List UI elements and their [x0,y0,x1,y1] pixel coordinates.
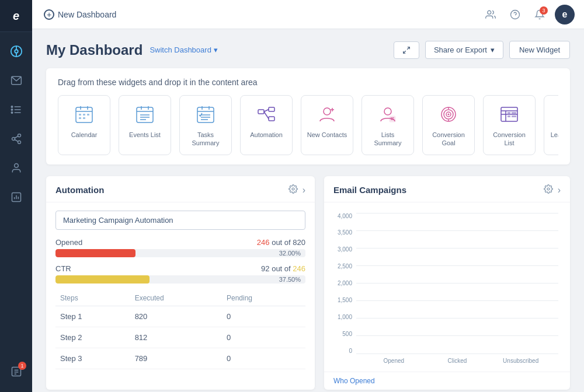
automation-panel-body: Marketing Campaign Automation Opened 246… [46,202,315,377]
new-widget-button[interactable]: New Widget [509,41,570,59]
widget-card-contacts[interactable]: New Contacts [301,95,353,155]
svg-rect-76 [512,112,516,114]
ctr-progress-bar: 37.50% [55,275,305,284]
svg-point-84 [547,188,550,190]
widget-leads-funnel-label: Leads Funnel [551,131,558,139]
chevron-down-icon: ▾ [214,46,218,54]
notification-badge: 3 [540,6,548,15]
widget-card-leads-funnel[interactable]: Leads Funnel [544,95,558,155]
widget-bar: Drag from these widgets and drop it in t… [46,68,570,164]
ctr-label: CTR [55,264,71,273]
new-dashboard-button[interactable]: + New Dashboard [44,9,116,20]
svg-point-83 [292,188,294,190]
sidebar-item-dashboard[interactable] [0,37,32,66]
email-settings-icon[interactable] [544,184,553,196]
sidebar-logo[interactable]: e [0,0,32,32]
email-panel-title: Email Campaigns [333,185,406,195]
step2-pending: 0 [222,327,305,348]
automation-settings-icon[interactable] [288,184,298,196]
automation-expand-icon[interactable]: › [303,185,305,195]
help-icon-button[interactable] [506,5,524,24]
table-row: Step 3 789 0 [55,348,305,369]
svg-point-26 [511,10,520,19]
widget-automation-label: Automation [250,131,283,139]
who-opened-label: Who Opened [333,377,375,385]
ctr-value: 92 out of 246 [261,264,305,273]
ctr-pct-label: 37.50% [279,275,301,284]
opened-pct-label: 32.00% [279,249,301,257]
tasks-widget-icon [194,103,217,126]
widget-card-calendar[interactable]: Calendar [58,95,110,155]
switch-dashboard-button[interactable]: Switch Dashboard ▾ [150,46,218,54]
svg-point-8 [11,106,13,108]
svg-rect-78 [512,116,516,117]
user-avatar[interactable]: e [555,5,575,24]
topbar-actions: 3 e [481,5,575,24]
widget-events-label: Events List [129,131,161,139]
widget-card-conversion-goal[interactable]: Conversion Goal [422,95,475,155]
tasks-badge: 1 [18,362,26,370]
svg-line-29 [404,51,406,53]
svg-point-10 [11,112,13,114]
topbar: + New Dashboard [32,0,584,29]
email-expand-icon[interactable]: › [558,185,561,195]
svg-line-56 [264,110,269,112]
share-export-button[interactable]: Share or Export ▾ [425,41,503,59]
sidebar-item-reports[interactable] [0,183,32,212]
notifications-button[interactable]: 3 [530,5,549,24]
widget-tasks-label: Tasks Summary [185,131,227,148]
svg-rect-34 [79,114,81,116]
svg-rect-77 [507,116,510,117]
step3-label: Step 3 [55,348,130,369]
svg-point-25 [488,10,491,14]
sidebar-item-contacts[interactable] [0,153,32,183]
plus-icon: + [44,9,54,20]
svg-point-16 [14,164,18,168]
automation-panel-header: Automation › [46,176,315,202]
widget-card-events[interactable]: Events List [119,95,171,155]
automation-dropdown[interactable]: Marketing Campaign Automation [55,211,305,230]
svg-rect-54 [269,107,274,111]
step2-label: Step 2 [55,327,130,348]
svg-rect-36 [87,114,89,116]
main-area: + New Dashboard [32,0,584,392]
svg-rect-62 [390,116,395,122]
widget-card-lists-summary[interactable]: Lists Summary [361,95,414,155]
widget-contacts-label: New Contacts [307,131,347,139]
y-label-4000: 4,000 [338,213,352,219]
users-icon-button[interactable] [481,5,500,24]
panels-row: Automation › Marketi [46,176,570,390]
expand-icon [402,46,411,54]
widget-conversion-list-label: Conversion List [488,131,530,148]
automation-panel-title: Automation [55,185,104,195]
step3-pending: 0 [222,348,305,369]
who-opened-bar[interactable]: Who Opened [324,372,570,390]
opened-progress-bar: 32.00% [55,249,305,257]
widget-card-conversion-list[interactable]: Conversion List [483,95,536,155]
events-widget-icon [133,103,157,126]
x-label-clicked: Clicked [432,354,484,364]
svg-point-12 [12,138,15,141]
y-label-3000: 3,000 [338,246,352,253]
widget-card-automation[interactable]: Automation [240,95,293,155]
opened-stat-row: Opened 246 out of 820 [55,238,305,247]
sidebar-item-automation[interactable] [0,124,32,153]
automation-widget-icon [255,103,278,126]
conversion-goal-widget-icon [437,103,460,126]
sidebar-bottom: 1 [0,357,32,392]
sidebar-item-lists[interactable] [0,95,32,124]
expand-button[interactable] [394,41,419,59]
dashboard-actions: Share or Export ▾ New Widget [394,41,570,59]
sidebar-item-email[interactable] [0,66,32,95]
dashboard-header: My Dashboard Switch Dashboard ▾ Share or… [46,41,570,59]
widget-lists-summary-label: Lists Summary [367,131,409,148]
step1-label: Step 1 [55,306,130,327]
y-label-3500: 3,500 [338,229,352,236]
email-campaigns-panel: Email Campaigns › [324,176,570,390]
sidebar-item-tasks[interactable]: 1 [0,357,32,386]
svg-point-1 [15,50,18,53]
x-label-unsubscribed: Unsubscribed [495,354,547,364]
svg-rect-55 [269,117,274,121]
widget-card-tasks[interactable]: Tasks Summary [179,95,232,155]
svg-rect-38 [83,117,85,119]
